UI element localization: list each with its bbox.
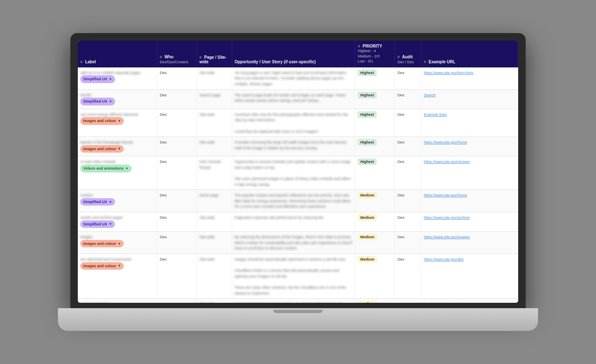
- label-tag[interactable]: Images and colour ▼: [80, 117, 124, 125]
- audit-cell: Des: [395, 89, 421, 109]
- audit-cell: Dev: [395, 299, 421, 303]
- label-tag[interactable]: Simplified UX ▼: [80, 198, 115, 206]
- url-link[interactable]: https://www.site.gov/archive: [424, 216, 470, 220]
- label-tag[interactable]: Simplified UX ▼: [80, 98, 115, 105]
- col-header-who[interactable]: ≡ Who Dev/Des/Content: [157, 41, 197, 67]
- label-blurred-text: split up in to multiple separate pages: [80, 71, 141, 75]
- priority-cell: Medium: [355, 232, 395, 254]
- tag-arrow-icon: ▼: [109, 99, 112, 104]
- page-blurred-text: Home page: [199, 193, 219, 197]
- label-blurred-text: session on server: [80, 302, 110, 303]
- opp-blurred-text: Serving text-based resources (CSS, JS, H…: [235, 302, 351, 303]
- label-blurred-text: to load video embeds: [80, 160, 116, 164]
- page-blurred-text: Site-wide: [199, 235, 215, 239]
- col-header-url[interactable]: ≡ Example URL: [421, 41, 518, 67]
- label-tag[interactable]: Videos and animations ▼: [80, 165, 132, 172]
- label-tag[interactable]: Images and colour ▼: [80, 145, 124, 153]
- laptop-base: [58, 308, 538, 331]
- priority-badge: Medium: [358, 256, 377, 263]
- priority-header-sub: Highest - 4Medium - 2/3Low - 0/1: [358, 48, 392, 64]
- label-tag[interactable]: Images and colour ▼: [80, 240, 124, 248]
- url-link[interactable]: Search: [424, 93, 436, 97]
- col-header-audit[interactable]: ≡ Audit Dev / Des: [395, 41, 421, 67]
- tag-arrow-icon: ▼: [109, 222, 112, 226]
- table-row: imagesImages and colour ▼DesSite-wideBy …: [78, 232, 518, 254]
- url-cell: Example links: [421, 109, 518, 136]
- label-blurred-text: results and archive pages: [80, 216, 123, 220]
- label-tag[interactable]: Images and colour ▼: [80, 262, 124, 270]
- tag-arrow-icon: ▼: [118, 263, 121, 268]
- table-row: results and archive pagesSimplified UX ▼…: [78, 212, 518, 232]
- audit-cell: Des: [395, 137, 421, 156]
- page-blurred-text: Search page: [199, 93, 221, 97]
- who-header-text: Who: [165, 55, 174, 59]
- page-blurred-text: Site-wide: [199, 302, 215, 303]
- url-link[interactable]: https://www.site.gov/server: [424, 302, 468, 303]
- table-row: use more energy efficient elementsImages…: [78, 109, 518, 136]
- table-row: are optimised and compressedImages and c…: [78, 254, 518, 299]
- opp-cell: By reducing the dimensions of the images…: [232, 232, 355, 254]
- audit-cell: Des: [395, 232, 421, 254]
- tag-arrow-icon: ▼: [125, 166, 129, 171]
- audit-cell: Des: [395, 190, 421, 212]
- filter-icon-priority: ≡: [358, 44, 360, 48]
- who-cell: Des: [157, 109, 197, 136]
- who-cell: Des: [157, 89, 197, 109]
- priority-badge: Highest: [358, 69, 376, 76]
- col-header-label[interactable]: ≡ Label: [78, 41, 157, 67]
- table-container: ≡ Label ≡ Who Dev/Des/Content ≡ Page / S…: [78, 41, 518, 303]
- tag-arrow-icon: ▼: [118, 119, 121, 123]
- page-cell: Site-wide: [197, 254, 232, 299]
- url-cell: https://www.site.gov/archive: [421, 212, 518, 232]
- opp-cell: Overhaul calls only the first photograph…: [232, 109, 355, 136]
- col-header-page[interactable]: ≡ Page / Site-wide: [197, 41, 232, 67]
- url-link[interactable]: https://www.site.gov/dev: [424, 257, 464, 261]
- tag-arrow-icon: ▼: [109, 200, 112, 204]
- page-blurred-text: Site-wide: [199, 216, 215, 220]
- label-tag[interactable]: Simplified UX ▼: [80, 75, 115, 83]
- who-cell: Des: [157, 190, 197, 212]
- who-cell: Des: [157, 67, 197, 89]
- table-header-row: ≡ Label ≡ Who Dev/Des/Content ≡ Page / S…: [78, 41, 518, 67]
- label-blurred-text: use more energy efficient elements: [80, 113, 138, 117]
- col-header-priority[interactable]: ≡ PRIORITY Highest - 4Medium - 2/3Low - …: [355, 41, 395, 67]
- priority-cell: Highest: [355, 109, 395, 136]
- priority-badge: Highest: [358, 158, 376, 165]
- label-blurred-text: banner in the homepage banner: [80, 140, 133, 144]
- opp-blurred-text: On long pages a user might need to load …: [235, 71, 348, 86]
- page-cell: Site-wide: [197, 137, 232, 156]
- url-cell: https://www.site.gov/recipes: [421, 156, 518, 190]
- who-cell: Dev: [157, 254, 197, 299]
- url-link[interactable]: https://www.site.gov/home: [424, 140, 467, 144]
- filter-icon: ≡: [80, 60, 83, 64]
- url-link[interactable]: https://www.site.gov/home: [424, 193, 467, 197]
- page-cell: Home page: [197, 190, 232, 212]
- url-header-text: Example URL: [429, 60, 455, 64]
- url-link[interactable]: https://www.site.gov/recipes: [424, 160, 470, 164]
- filter-icon-who: ≡: [160, 55, 162, 59]
- tag-arrow-icon: ▼: [118, 146, 121, 151]
- url-link[interactable]: https://www.site.gov/long-form: [424, 71, 473, 75]
- screen: ≡ Label ≡ Who Dev/Des/Content ≡ Page / S…: [78, 41, 518, 303]
- opp-blurred-text: Opportunity to remove embeds and update …: [235, 160, 352, 186]
- opp-cell: Pagination improves site performance by …: [232, 212, 355, 232]
- label-cell: use more energy efficient elementsImages…: [78, 109, 157, 136]
- page-cell: Site-wide: [197, 299, 232, 303]
- label-cell: imagesImages and colour ▼: [78, 232, 157, 254]
- col-header-opp: Opportunity / User Story (if user-specif…: [232, 41, 355, 67]
- page-blurred-text: Kids Youtube Recipe: [199, 160, 221, 170]
- priority-cell: Medium: [355, 212, 395, 232]
- filter-icon-url: ≡: [424, 60, 426, 64]
- laptop-wrapper: ≡ Label ≡ Who Dev/Des/Content ≡ Page / S…: [70, 33, 526, 331]
- label-cell: banner in the homepage bannerImages and …: [78, 137, 157, 156]
- label-tag[interactable]: Simplified UX ▼: [80, 220, 115, 228]
- table-row: banner in the homepage bannerImages and …: [78, 137, 518, 156]
- url-link[interactable]: Example links: [424, 113, 447, 117]
- audit-cell: Dev: [395, 254, 421, 299]
- audit-cell: Des: [395, 212, 421, 232]
- table-row: resultsSimplified UX ▼DesSearch pageThe …: [78, 89, 518, 109]
- url-cell: https://www.site.gov/long-form: [421, 67, 518, 89]
- opp-blurred-text: The popular recipes and popular collecti…: [235, 193, 352, 208]
- url-link[interactable]: https://www.site.gov/images: [424, 235, 470, 239]
- page-blurred-text: Site-wide: [199, 71, 215, 75]
